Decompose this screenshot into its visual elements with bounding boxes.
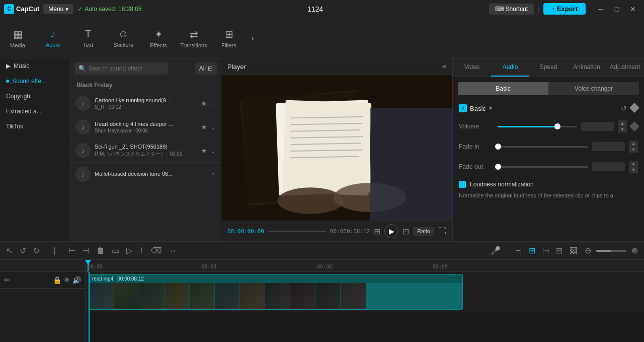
shortcut-button[interactable]: ⌨ Shortcut [489, 4, 534, 15]
play-range-button[interactable]: ▷ [124, 244, 134, 257]
fade-out-thumb[interactable] [495, 164, 501, 170]
volume-up-button[interactable]: ▲ [618, 120, 627, 126]
favorite-button-0[interactable]: ★ [200, 98, 208, 108]
select-tool-button[interactable]: ↖ [4, 244, 15, 257]
fade-out-value[interactable]: 0.0s [592, 162, 625, 171]
mode-voice-changer[interactable]: Voice changer [548, 82, 639, 95]
duplicate-button[interactable]: ▭ [110, 244, 121, 257]
sound-actions-3: ↑ [210, 169, 216, 179]
split-audio-button[interactable]: ⊟ [554, 244, 565, 257]
minimize-button[interactable]: ─ [594, 4, 608, 15]
search-input[interactable] [74, 62, 168, 75]
tab-animation[interactable]: Animation [568, 58, 606, 77]
tool-effects[interactable]: ✦ Effects [141, 18, 176, 58]
fade-in-up-button[interactable]: ▲ [629, 141, 638, 147]
sidebar-item-tiktok[interactable]: TikTok [0, 119, 70, 134]
reset-button[interactable]: ↺ [621, 104, 627, 112]
sound-item-3[interactable]: ♪ Mallet-based decision tone 06... ↑ [70, 163, 221, 186]
sidebar-item-copyright[interactable]: Copyright [0, 89, 70, 104]
tool-stickers[interactable]: ☺ Stickers [106, 18, 141, 58]
download-button-1[interactable]: ↓ [210, 122, 216, 132]
tool-text[interactable]: T Text [70, 18, 106, 58]
eye-button[interactable]: 👁 [63, 276, 70, 284]
fade-out-down-button[interactable]: ▼ [629, 167, 638, 173]
erase-button[interactable]: ⌫ [148, 244, 164, 257]
loudness-checkbox[interactable] [459, 181, 466, 188]
favorite-button-3[interactable]: ↑ [210, 169, 216, 179]
redo-button[interactable]: ↻ [31, 244, 42, 257]
attach-end-button[interactable]: |⊣ [540, 245, 551, 256]
export-button[interactable]: ↑ Export [543, 3, 586, 15]
fade-in-down-button[interactable]: ▼ [629, 147, 638, 153]
trim-button[interactable]: ⊢ [66, 244, 77, 257]
sound-item-0[interactable]: ♪ Cartoon-like running sound(9... S_R · … [70, 92, 221, 115]
volume-down-button[interactable]: ▼ [618, 126, 627, 132]
fade-out-up-button[interactable]: ▲ [629, 161, 638, 167]
tool-audio[interactable]: ♪ Audio [35, 18, 70, 58]
play-icon: ▶ [6, 62, 11, 70]
tool-media[interactable]: ▦ Media [0, 18, 35, 58]
tab-adjustment[interactable]: Adjustment [606, 58, 644, 77]
all-filter-button[interactable]: All ⊟ [195, 62, 217, 75]
resize-button[interactable]: ↔ [167, 244, 179, 257]
tab-speed[interactable]: Speed [529, 58, 568, 77]
sticker-button[interactable]: 🖼 [568, 244, 580, 257]
zoom-out-button[interactable]: ⊖ [583, 244, 593, 257]
favorite-button-1[interactable]: ★ [200, 122, 208, 132]
tab-video[interactable]: Video [453, 58, 491, 77]
pencil-button[interactable]: ✏ [4, 276, 10, 284]
volume-thumb[interactable] [554, 123, 560, 129]
audio-split-button[interactable]: ⊺ [137, 244, 145, 257]
tool-transitions[interactable]: ⇄ Transitions [176, 18, 211, 58]
split-button[interactable]: ⎸ [52, 244, 63, 257]
ratio-button[interactable]: Ratio [413, 227, 434, 236]
volume-value[interactable]: 0.0dB [581, 122, 614, 131]
download-button-2[interactable]: ↓ [210, 146, 216, 156]
lock-button[interactable]: 🔒 [53, 276, 61, 284]
close-button[interactable]: ✕ [626, 4, 640, 15]
sidebar-item-extracted[interactable]: Extracted a... [0, 104, 70, 119]
fade-in-value[interactable]: 0.0s [592, 142, 625, 151]
music-label: Music [14, 62, 29, 70]
play-button[interactable]: ▶ [384, 224, 398, 238]
sidebar-item-sound-effects[interactable]: Sound effe... [0, 74, 70, 89]
undo-button[interactable]: ↺ [18, 244, 28, 257]
section-title: Basic [470, 105, 486, 112]
player-header: Player ≡ [221, 58, 452, 75]
player-timeline-bar[interactable] [268, 231, 326, 232]
fade-in-thumb[interactable] [495, 144, 501, 150]
player-menu-button[interactable]: ≡ [442, 62, 446, 71]
attach-start-button[interactable]: ⊢| [513, 245, 524, 256]
zoom-in-button[interactable]: ⊕ [629, 244, 640, 257]
fullscreen-button[interactable]: ⛶ [438, 227, 446, 236]
volume-slider[interactable] [498, 126, 577, 127]
fade-in-slider[interactable] [498, 146, 588, 148]
tool-filters[interactable]: ⊞ Filters [211, 18, 247, 58]
toolbar-expand-button[interactable]: › [247, 34, 259, 43]
maximize-button[interactable]: □ [610, 4, 624, 15]
menu-button[interactable]: Menu ▾ [43, 4, 73, 14]
delete-button[interactable]: 🗑 [95, 244, 107, 257]
fade-out-slider[interactable] [498, 166, 588, 168]
sound-item-1[interactable]: ♪ Heart docking 4 times deeper ... Shun … [70, 115, 221, 139]
sound-actions-0: ★ ↓ [200, 98, 216, 108]
sound-item-2[interactable]: ♪ Sci-fi gun _21 SHOT(950189) R.M.（バランスク… [70, 139, 221, 163]
grid-view-button[interactable]: ⊞ [374, 227, 380, 236]
tab-audio[interactable]: Audio [491, 58, 529, 77]
loudness-label: Loudness normalization [470, 181, 534, 188]
check-icon: ✓ [77, 6, 83, 13]
download-button-0[interactable]: ↓ [210, 98, 216, 108]
video-clip[interactable]: read.mp4 00:00:08:12 [89, 274, 463, 310]
sound-panel: 🔍 All ⊟ Black Friday ♪ Cartoon-like runn… [70, 58, 221, 241]
sound-meta-0: S_R · 00:02 [95, 104, 196, 110]
zoom-button[interactable]: ⊡ [403, 227, 409, 236]
zoom-slider[interactable] [596, 250, 626, 252]
favorite-button-2[interactable]: ★ [200, 146, 208, 156]
mode-basic[interactable]: Basic [458, 82, 548, 95]
speaker-button[interactable]: 🔊 [72, 276, 81, 284]
crop-button[interactable]: ⊣ [80, 244, 92, 257]
fade-out-track [498, 166, 588, 168]
sidebar-item-music[interactable]: ▶ Music [0, 58, 70, 74]
magnet-button[interactable]: ⊞ [527, 244, 537, 257]
mic-button[interactable]: 🎤 [489, 244, 503, 257]
